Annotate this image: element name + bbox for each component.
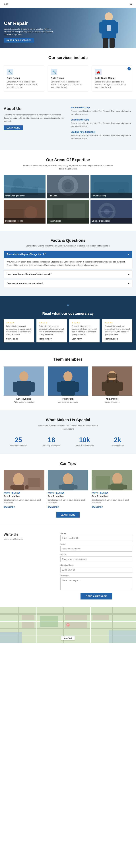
expertise-label-6: Engine Diagnostics [90, 218, 132, 223]
faq-intro: Sample text. Click to select the Text El… [4, 245, 132, 247]
svg-point-45 [107, 373, 117, 378]
testimonial-author-3: Sam Perry [72, 338, 97, 340]
message-textarea[interactable] [60, 578, 132, 590]
testimonial-card-2: ★★★★★ Point edit dikes work out consecut… [37, 319, 67, 342]
tip-image-3 [92, 470, 132, 490]
svg-point-36 [63, 371, 73, 381]
hero-title: Car Repair [4, 21, 55, 26]
logo: logo [4, 3, 8, 5]
about-description: Duis aute irure dolor in reprehenderit i… [4, 113, 65, 123]
tip-title-2: Post 1 Headline [48, 495, 89, 498]
svg-rect-82 [92, 615, 109, 620]
name-label: Name [60, 532, 132, 534]
svg-point-49 [13, 473, 24, 486]
testimonial-text-1: Point edit dikes work out consecutively … [6, 325, 31, 336]
tip-read-more-3[interactable]: READ MORE [92, 506, 103, 508]
expertise-grid: Filter Change Service Tire Care [4, 175, 132, 223]
svg-rect-58 [74, 485, 78, 489]
tip-image-2 [48, 470, 89, 490]
expertise-item-3[interactable]: Power Steering [90, 175, 132, 198]
svg-rect-3 [114, 22, 118, 33]
svg-rect-37 [61, 381, 75, 396]
svg-rect-77 [40, 616, 58, 627]
services-title: Our services include [4, 55, 132, 60]
hamburger-menu-icon[interactable]: ≡ [130, 2, 132, 6]
stat-item-4: 2k Projects done [103, 436, 133, 447]
about-learn-more-button[interactable]: LEARN MORE [4, 125, 23, 130]
expertise-item-2[interactable]: Tire Care [47, 175, 89, 198]
hero-cta-button[interactable]: MAKE A CAR INSPECTION [4, 38, 34, 42]
testimonial-text-4: Point edit dikes work out consecutively … [105, 325, 130, 336]
svg-rect-6 [107, 25, 111, 31]
svg-rect-63 [123, 485, 127, 489]
hero-content: Car Repair Duis aute irure dolor in repr… [4, 21, 55, 42]
phone-input[interactable] [60, 556, 132, 562]
testimonial-author-4: Harry Hudson [105, 338, 130, 340]
service-card-2: 🔩 Auto Repair Sample text. Click to sele… [48, 65, 88, 92]
faq-question-1[interactable]: Transmission Repair: Change the oil? ▾ [4, 251, 132, 258]
svg-point-60 [112, 473, 123, 485]
svg-rect-50 [13, 485, 24, 490]
tip-read-more-2[interactable]: READ MORE [48, 506, 59, 508]
faq-question-3[interactable]: Compensation from the workshop? ▸ [4, 280, 132, 287]
contact-grid: Write Us Image from Unsplash Name Email … [4, 532, 132, 599]
expertise-item-6[interactable]: Engine Diagnostics [90, 200, 132, 223]
tip-category-3: Post & Headline [92, 492, 132, 494]
service-desc-2: Sample text. Click to select the Text El… [51, 81, 85, 89]
expertise-label-5: Transmission [47, 218, 89, 223]
svg-rect-78 [22, 615, 35, 620]
svg-rect-4 [103, 38, 108, 48]
svg-point-20 [25, 206, 37, 219]
address-input[interactable] [60, 567, 132, 573]
tip-card-1: Post & Headline Post 1 Headline Sample s… [4, 470, 44, 508]
tip-text-3: Sample small text. Lorem ipsum dolor sit… [92, 499, 132, 504]
svg-rect-39 [75, 382, 79, 392]
team-grid: Nat Reynolds Automotive Technician Peter… [4, 367, 132, 403]
faq-chevron-1: ▾ [128, 253, 129, 256]
tip-read-more-1[interactable]: READ MORE [4, 506, 15, 508]
service-title-2: Auto Repair [51, 76, 85, 80]
svg-rect-56 [62, 484, 74, 490]
team-role-3: Diesel Mechanic [92, 401, 132, 403]
email-label: Email [60, 543, 132, 545]
expertise-item-5[interactable]: Transmission [47, 200, 89, 223]
svg-rect-61 [111, 484, 124, 490]
tip-card-2: Post & Headline Post 1 Headline Sample s… [48, 470, 89, 508]
faq-item-3: Compensation from the workshop? ▸ [4, 280, 132, 287]
submit-button[interactable]: SEND A MESSAGE [81, 593, 112, 599]
faq-chevron-2: ▸ [128, 273, 129, 276]
message-label: Message [60, 575, 132, 577]
tips-center: LEARN MORE [4, 512, 132, 518]
about-feature-1: Modern Workshop Sample text. Click to se… [71, 106, 132, 116]
testimonials-grid: ★★★★★ Point edit dikes work out consecut… [4, 319, 132, 342]
testimonial-card-3: ★★★★★ Point edit dikes work out consecut… [69, 319, 99, 342]
stars-4: ★★★★★ [105, 322, 130, 324]
about-title: About Us [4, 106, 65, 111]
faq-question-2[interactable]: How does the rectification of defects wo… [4, 271, 132, 278]
tips-grid: Post & Headline Post 1 Headline Sample s… [4, 470, 132, 508]
feature-desc-2: Sample text. Click to select the Text El… [71, 122, 132, 128]
map-section: New York [0, 607, 136, 643]
faq-answer-1: Answer: Lorem ipsum dolor sit amet, cons… [4, 258, 132, 269]
svg-rect-76 [109, 630, 136, 643]
email-input[interactable] [60, 546, 132, 552]
name-input[interactable] [60, 535, 132, 541]
tip-category-2: Post & Headline [48, 492, 89, 494]
expertise-item-1[interactable]: Filter Change Service [4, 175, 46, 198]
faq-chevron-3: ▸ [128, 282, 129, 285]
svg-point-30 [19, 371, 29, 381]
service-icon-3: 🚗 [95, 69, 101, 75]
svg-rect-51 [10, 485, 13, 489]
tips-learn-more-button[interactable]: LEARN MORE [56, 512, 80, 518]
testimonials-title: Read what our customers say [4, 311, 132, 316]
form-group-address: Street address [60, 564, 132, 573]
expertise-label-4: Suspension Repair [4, 218, 46, 223]
testimonial-text-3: Point edit dikes work out consecutively … [72, 325, 97, 336]
hero-section: Car Repair Duis aute irure dolor in repr… [0, 8, 136, 48]
team-card-1: Nat Reynolds Automotive Technician [4, 367, 44, 403]
expertise-item-4[interactable]: Suspension Repair [4, 200, 46, 223]
map-label: New York [61, 636, 75, 640]
about-right: Modern Workshop Sample text. Click to se… [71, 106, 132, 143]
phone-label: Phone [60, 553, 132, 556]
feature-title-3: Leading Auto Specialist [71, 131, 132, 133]
